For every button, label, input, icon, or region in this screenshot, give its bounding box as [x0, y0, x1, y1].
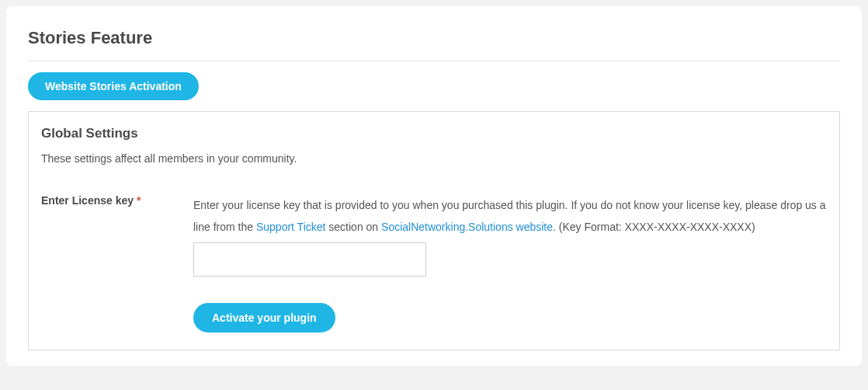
- license-key-row: Enter License key * Enter your license k…: [41, 194, 827, 333]
- required-mark: *: [137, 194, 141, 207]
- license-key-help: Enter your license key that is provided …: [193, 194, 827, 238]
- global-settings-panel: Global Settings These settings affect al…: [28, 111, 840, 350]
- license-key-input[interactable]: [193, 242, 426, 277]
- help-text-3: . (Key Format: XXXX-XXXX-XXXX-XXXX): [553, 221, 755, 233]
- tab-website-stories-activation[interactable]: Website Stories Activation: [28, 72, 199, 100]
- license-key-content: Enter your license key that is provided …: [193, 194, 827, 333]
- label-text: Enter License key: [41, 194, 137, 207]
- panel-title: Global Settings: [41, 126, 827, 141]
- license-key-label: Enter License key *: [41, 194, 193, 207]
- panel-description: These settings affect all members in you…: [41, 152, 827, 165]
- support-ticket-link[interactable]: Support Ticket: [256, 221, 326, 233]
- activate-plugin-button[interactable]: Activate your plugin: [193, 303, 335, 333]
- divider: [28, 61, 840, 61]
- settings-card: Stories Feature Website Stories Activati…: [6, 6, 862, 366]
- page-title: Stories Feature: [28, 28, 840, 48]
- socialnetworking-link[interactable]: SocialNetworking.Solutions website: [381, 221, 553, 233]
- help-text-2: section on: [325, 221, 381, 233]
